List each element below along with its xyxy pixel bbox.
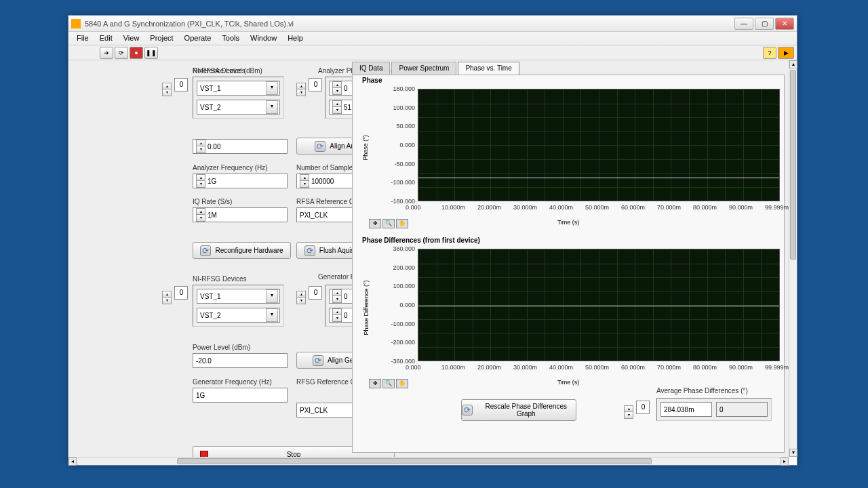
menu-operate[interactable]: Operate — [179, 32, 217, 45]
axis-tick: 40.000m — [549, 204, 573, 211]
cursor-tool-icon[interactable]: ✥ — [369, 379, 381, 388]
gen-freq-input[interactable]: 1G — [193, 388, 288, 403]
analyzer-offsets-index-spinner[interactable]: ▴▾ — [296, 83, 306, 96]
phase-diff-plot[interactable] — [418, 249, 780, 361]
right-panel: IQ Data Power Spectrum Phase vs. Time Ph… — [352, 62, 785, 453]
rfsg-devices-label: NI-RFSG Devices — [193, 275, 246, 283]
reconfigure-button[interactable]: ⟳Reconfigure Hardware — [193, 242, 291, 259]
iq-rate-spinner[interactable]: ▴▾ — [196, 208, 205, 222]
scroll-down-icon[interactable]: ▾ — [789, 449, 797, 457]
avg-phase-diff-1[interactable]: 284.038m — [660, 402, 712, 417]
abort-button[interactable]: ● — [130, 47, 143, 59]
analyzer-offsets-index[interactable]: 0 — [309, 78, 322, 92]
run-button[interactable]: ➔ — [100, 47, 113, 59]
avg-index-spinner[interactable]: ▴▾ — [624, 405, 633, 419]
tab-power-spectrum[interactable]: Power Spectrum — [391, 62, 456, 75]
avg-index[interactable]: 0 — [636, 401, 650, 414]
axis-tick: 70.000m — [657, 204, 681, 211]
analyzer-freq-input[interactable]: 1G — [208, 178, 216, 185]
rfsg-device-1[interactable]: VST_1 — [197, 289, 280, 304]
refresh-icon: ⟳ — [304, 245, 315, 256]
toolbar: ➔ ⟳ ● ❚❚ ? ▶ — [68, 45, 797, 60]
analyzer-offset-1[interactable]: 0 — [344, 85, 348, 92]
menu-edit[interactable]: Edit — [94, 32, 118, 45]
generator-offset-1[interactable]: 0 — [344, 293, 348, 300]
stop-icon — [200, 451, 208, 458]
menu-view[interactable]: View — [118, 32, 145, 45]
axis-tick: 30.000m — [513, 364, 537, 371]
phase-chart: Phase Phase (°) Time (s) ✥ 🔍 ✋ 180.00010… — [357, 77, 780, 231]
generator-offset-1-spinner[interactable]: ▴▾ — [332, 289, 342, 303]
vi-icon[interactable]: ▶ — [778, 47, 794, 59]
menu-project[interactable]: Project — [144, 32, 178, 45]
generator-offsets-index-spinner[interactable]: ▴▾ — [296, 291, 306, 304]
minimize-button[interactable]: — — [734, 18, 753, 30]
generator-offsets-index[interactable]: 0 — [309, 286, 322, 300]
analyzer-freq-label: Analyzer Frequency (Hz) — [193, 164, 268, 171]
titlebar: 5840 A and G Synchronization (PXI_CLK, T… — [68, 16, 797, 32]
run-continuous-button[interactable]: ⟳ — [115, 47, 128, 59]
analyzer-offset-2-spinner[interactable]: ▴▾ — [332, 100, 342, 114]
tab-iq-data[interactable]: IQ Data — [352, 62, 390, 75]
refresh-icon: ⟳ — [200, 245, 211, 256]
axis-tick: 50.000m — [585, 204, 609, 211]
cursor-tool-icon[interactable]: ✥ — [369, 219, 381, 228]
rescale-button[interactable]: ⟳Rescale Phase Differences Graph — [461, 399, 576, 421]
axis-tick: 100.000 — [361, 283, 415, 289]
tab-phase-vs-time[interactable]: Phase vs. Time — [458, 62, 519, 75]
close-button[interactable]: ✕ — [775, 18, 794, 30]
scroll-left-icon[interactable]: ◂ — [68, 458, 77, 466]
phase-diff-trace — [418, 306, 779, 306]
axis-tick: 60.000m — [621, 364, 645, 371]
rfsa-device-2[interactable]: VST_2 — [197, 100, 280, 115]
scroll-right-icon[interactable]: ▸ — [781, 458, 789, 466]
pan-tool-icon[interactable]: ✋ — [396, 379, 408, 388]
ref-level-spinner[interactable]: ▴▾ — [196, 140, 205, 153]
rfsa-index[interactable]: 0 — [174, 78, 188, 92]
rfsg-device-2[interactable]: VST_2 — [197, 308, 280, 323]
ref-level-label: Reference Level (dBm) — [193, 67, 262, 75]
rfsg-index-spinner[interactable]: ▴▾ — [162, 291, 172, 304]
rfsg-index[interactable]: 0 — [174, 286, 188, 300]
scroll-up-icon[interactable]: ▴ — [789, 60, 797, 68]
menu-window[interactable]: Window — [245, 32, 282, 45]
rfsa-device-1[interactable]: VST_1 — [197, 81, 280, 96]
generator-offset-2[interactable]: 0 — [344, 312, 348, 319]
avg-phase-diff-2: 0 — [716, 402, 768, 417]
axis-tick: -100.000 — [361, 179, 415, 186]
analyzer-offset-1-spinner[interactable]: ▴▾ — [332, 81, 342, 95]
menu-tools[interactable]: Tools — [216, 32, 245, 45]
rfsa-index-spinner[interactable]: ▴▾ — [162, 83, 172, 96]
axis-tick: 360.000 — [361, 245, 415, 252]
axis-tick: 180.000 — [361, 85, 415, 92]
axis-tick: 99.999m — [765, 204, 789, 211]
axis-tick: 99.999m — [765, 364, 789, 371]
axis-tick: 100.000 — [361, 104, 415, 111]
pan-tool-icon[interactable]: ✋ — [396, 219, 408, 228]
zoom-tool-icon[interactable]: 🔍 — [382, 379, 395, 388]
num-samples-spinner[interactable]: ▴▾ — [300, 174, 309, 188]
num-samples-input[interactable]: 100000 — [311, 178, 334, 185]
ref-level-input[interactable]: 0.00 — [208, 143, 220, 150]
zoom-tool-icon[interactable]: 🔍 — [382, 219, 395, 228]
axis-tick: -200.000 — [361, 339, 415, 346]
generator-offset-2-spinner[interactable]: ▴▾ — [332, 308, 342, 322]
axis-tick: 50.000m — [585, 364, 609, 371]
axis-tick: -100.000 — [361, 321, 415, 327]
axis-tick: 30.000m — [513, 204, 537, 211]
power-level-input[interactable]: -20.0 — [193, 353, 288, 368]
horizontal-scrollbar[interactable]: ◂ ▸ — [68, 457, 789, 465]
vertical-scrollbar[interactable]: ▴ ▾ — [789, 60, 797, 457]
analyzer-freq-spinner[interactable]: ▴▾ — [196, 174, 205, 188]
scroll-thumb[interactable] — [177, 458, 652, 464]
refresh-icon: ⟳ — [462, 405, 473, 415]
menu-file[interactable]: File — [71, 32, 94, 45]
phase-plot[interactable] — [418, 89, 780, 201]
scroll-thumb[interactable] — [790, 70, 796, 260]
pause-button[interactable]: ❚❚ — [144, 47, 158, 59]
menu-help[interactable]: Help — [282, 32, 309, 45]
axis-tick: 10.000m — [441, 204, 465, 211]
iq-rate-input[interactable]: 1M — [208, 211, 217, 219]
maximize-button[interactable]: ▢ — [755, 18, 774, 30]
help-button[interactable]: ? — [763, 47, 776, 59]
